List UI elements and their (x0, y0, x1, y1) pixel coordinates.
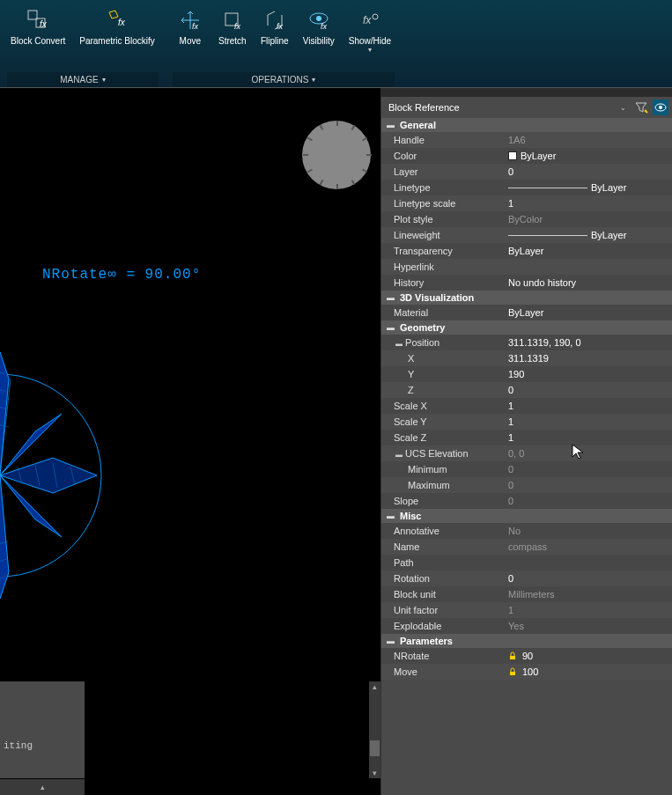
property-value: 1A6 (505, 135, 672, 145)
property-row[interactable]: ▬ Position311.1319, 190, 0 (381, 335, 672, 350)
property-value[interactable]: 1 (505, 416, 672, 427)
property-row[interactable]: Hyperlink (381, 259, 672, 275)
property-row[interactable]: Plot styleByColor (381, 211, 672, 227)
property-row[interactable]: Scale X1 (381, 398, 672, 414)
ribbon-toolbar: fx Block Convert fx Parametric Blockify … (0, 0, 672, 88)
stretch-button[interactable]: fx Stretch (215, 4, 250, 72)
property-row[interactable]: ColorByLayer (381, 148, 672, 164)
property-row[interactable]: Y190 (381, 366, 672, 382)
property-value[interactable]: 311.1319, 190, 0 (505, 337, 672, 348)
collapse-icon[interactable]: ▬ (387, 637, 395, 645)
property-row[interactable]: Namecompass (381, 539, 672, 555)
property-row[interactable]: Move100 (381, 664, 672, 680)
property-value[interactable]: ByLayer (505, 246, 672, 256)
property-label: Path (381, 557, 505, 568)
property-row[interactable]: Rotation0 (381, 570, 672, 586)
rotation-annotation: NRotate∞ = 90.00° (42, 267, 201, 283)
section-header[interactable]: ▬3D Visualization (381, 291, 672, 305)
parametric-blockify-icon: fx (103, 6, 131, 34)
move-button[interactable]: fx Move (173, 4, 208, 72)
property-row[interactable]: Linetype scale1 (381, 195, 672, 211)
section-header[interactable]: ▬General (381, 118, 672, 132)
property-row[interactable]: HistoryNo undo history (381, 275, 672, 291)
compass-block[interactable] (0, 326, 114, 643)
property-label: Layer (381, 166, 505, 177)
property-row[interactable]: Layer0 (381, 164, 672, 180)
property-value[interactable]: 100 (505, 666, 672, 677)
property-row[interactable]: TransparencyByLayer (381, 243, 672, 259)
collapse-icon[interactable]: ▬ (387, 293, 395, 302)
property-label: Scale X (381, 401, 505, 411)
property-label: Transparency (381, 246, 505, 256)
property-value: 0 (505, 464, 672, 475)
section-header[interactable]: ▬Misc (381, 509, 672, 523)
section-header[interactable]: ▬Geometry (381, 320, 672, 335)
property-row[interactable]: ExplodableYes (381, 618, 672, 634)
property-value[interactable]: ByLayer (505, 151, 672, 161)
svg-text:fx: fx (118, 18, 126, 27)
property-row[interactable]: Path (381, 555, 672, 570)
property-value[interactable]: 90 (505, 651, 672, 661)
view-cube-circle[interactable] (302, 121, 371, 189)
scroll-thumb[interactable] (370, 740, 380, 756)
property-value[interactable]: 0 (505, 166, 672, 177)
property-label: Handle (381, 135, 505, 145)
filter-icon[interactable] (633, 99, 649, 115)
section-header[interactable]: ▬Parameters (381, 634, 672, 648)
svg-rect-28 (510, 672, 515, 675)
collapse-icon[interactable]: ▬ (387, 121, 395, 129)
entity-type-select[interactable]: Block Reference ⌄ (385, 99, 630, 115)
visibility-button[interactable]: fx Visibility (299, 4, 338, 72)
property-row[interactable]: Minimum0 (381, 461, 672, 477)
command-scrollbar[interactable]: ▴ ▾ (369, 681, 380, 778)
property-row[interactable]: Unit factor1 (381, 602, 672, 618)
property-label: Lineweight (381, 230, 505, 240)
property-row[interactable]: Z0 (381, 382, 672, 398)
property-value[interactable]: 1 (505, 198, 672, 209)
property-row[interactable]: Slope0 (381, 493, 672, 509)
collapse-icon[interactable]: ▬ (387, 323, 395, 332)
drawing-canvas[interactable]: ::::: NRotate∞ = 90.00° (0, 88, 380, 795)
property-row[interactable]: MaterialByLayer (381, 305, 672, 320)
property-value[interactable]: No undo history (505, 277, 672, 288)
collapse-icon[interactable]: ▬ (394, 340, 402, 348)
properties-header: Block Reference ⌄ (381, 97, 672, 118)
scroll-up-icon[interactable]: ▴ (372, 681, 378, 692)
property-value[interactable]: ByLayer (505, 182, 672, 193)
property-row[interactable]: Scale Y1 (381, 414, 672, 430)
parametric-blockify-button[interactable]: fx Parametric Blockify (76, 4, 159, 72)
property-row[interactable]: Maximum0 (381, 477, 672, 493)
property-label: Scale Y (381, 416, 505, 427)
block-convert-button[interactable]: fx Block Convert (7, 4, 69, 72)
property-row[interactable]: LinetypeByLayer (381, 180, 672, 195)
chevron-down-icon: ▾ (312, 76, 315, 84)
property-row[interactable]: Handle1A6 (381, 132, 672, 148)
command-line[interactable]: iting (0, 681, 85, 778)
property-row[interactable]: Scale Z1 (381, 430, 672, 445)
show-hide-button[interactable]: fx Show/Hide ▾ (345, 4, 395, 72)
group-label-operations[interactable]: OPERATIONS ▾ (173, 72, 395, 87)
collapse-icon[interactable]: ▬ (387, 512, 395, 520)
property-row[interactable]: ▬ UCS Elevation0, 0 (381, 445, 672, 461)
property-value[interactable]: 0 (505, 385, 672, 395)
property-row[interactable]: X311.1319 (381, 350, 672, 366)
property-value[interactable]: ByLayer (505, 307, 672, 318)
property-value[interactable]: 0 (505, 573, 672, 584)
property-label: ▬ Position (381, 337, 505, 348)
property-row[interactable]: NRotate90 (381, 648, 672, 664)
property-value[interactable]: ByLayer (505, 230, 672, 240)
scroll-down-icon[interactable]: ▾ (372, 768, 378, 778)
property-value[interactable]: 190 (505, 369, 672, 379)
property-row[interactable]: AnnotativeNo (381, 523, 672, 539)
property-value[interactable]: 1 (505, 432, 672, 443)
collapse-icon[interactable]: ▬ (394, 451, 402, 459)
property-value[interactable]: 1 (505, 401, 672, 411)
flipline-button[interactable]: fx Flipline (257, 4, 292, 72)
property-row[interactable]: Block unitMillimeters (381, 586, 672, 602)
group-label-manage[interactable]: MANAGE ▾ (7, 72, 159, 87)
preview-icon[interactable] (653, 99, 668, 115)
property-row[interactable]: LineweightByLayer (381, 227, 672, 243)
property-value[interactable]: 311.1319 (505, 353, 672, 364)
chevron-up-icon: ▴ (41, 783, 45, 791)
command-collapse-button[interactable]: ▴ (0, 779, 85, 795)
